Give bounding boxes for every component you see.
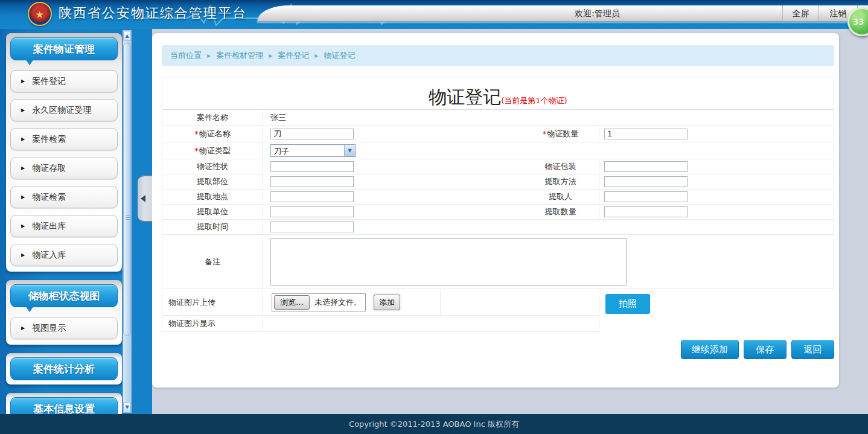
top-header: ★ 陕西省公安物证综合管理平台 欢迎:管理员 全屏 注销 bbox=[0, 0, 868, 29]
topbar-spacer bbox=[620, 5, 782, 21]
extract-person-label: 提取人 bbox=[522, 190, 599, 204]
remark-textarea[interactable] bbox=[270, 238, 627, 286]
row-part-method: 提取部位 提取方法 bbox=[162, 174, 834, 190]
sidebar-item-view-display[interactable]: ▶ 视图显示 bbox=[10, 317, 118, 339]
case-name-value: 张三 bbox=[263, 110, 834, 125]
row-place-person: 提取地点 提取人 bbox=[162, 190, 834, 205]
triangle-right-icon: ▶ bbox=[21, 325, 25, 331]
row-case-name: 案件名称 张三 bbox=[162, 110, 834, 126]
row-evidence-name-quantity: * 物证名称 * 物证数量 bbox=[162, 126, 834, 142]
sidebar-item-case-search[interactable]: ▶ 案件检索 bbox=[10, 128, 118, 150]
evidence-type-select[interactable]: 刀子 ▼ bbox=[270, 144, 356, 157]
breadcrumb-item-material-management[interactable]: 案件检材管理 bbox=[216, 50, 263, 61]
image-display-empty-cell bbox=[263, 316, 599, 331]
row-remark: 备注 bbox=[162, 235, 834, 289]
extract-time-input[interactable] bbox=[270, 222, 354, 232]
extract-method-label: 提取方法 bbox=[522, 174, 599, 189]
sidebar-header-case-evidence[interactable]: 案件物证管理 bbox=[10, 37, 118, 60]
welcome-text: 欢迎:管理员 bbox=[258, 5, 620, 21]
image-rows: 物证图片上传 浏览… 未选择文件。 添加 物证图片显示 bbox=[162, 289, 599, 332]
extract-part-label: 提取部位 bbox=[162, 174, 263, 189]
evidence-character-label: 物证性状 bbox=[162, 159, 263, 174]
evidence-package-input[interactable] bbox=[604, 161, 688, 172]
app-title: 陕西省公安物证综合管理平台 bbox=[59, 0, 247, 27]
image-upload-label: 物证图片上传 bbox=[162, 289, 263, 315]
row-evidence-type: * 物证类型 刀子 ▼ bbox=[162, 142, 834, 159]
sidebar-header-locker-status[interactable]: 储物柜状态视图 bbox=[10, 284, 118, 307]
row-image-display: 物证图片显示 bbox=[162, 316, 599, 331]
sidebar-item-evidence-search[interactable]: ▶ 物证检索 bbox=[10, 186, 118, 208]
image-display-label: 物证图片显示 bbox=[162, 316, 263, 331]
evidence-name-input[interactable] bbox=[270, 129, 354, 139]
extract-unit-input[interactable] bbox=[270, 206, 354, 217]
sidebar-section-locker-status: 储物柜状态视图 ▶ 视图显示 bbox=[6, 280, 122, 345]
sidebar-item-evidence-outbound[interactable]: ▶ 物证出库 bbox=[10, 215, 118, 237]
file-input[interactable]: 浏览… 未选择文件。 bbox=[272, 293, 366, 311]
breadcrumb-item-evidence-register[interactable]: 物证登记 bbox=[324, 50, 355, 61]
evidence-type-selected-value: 刀子 bbox=[271, 145, 344, 156]
image-upload-empty-cell bbox=[441, 289, 599, 315]
star-icon: ★ bbox=[35, 8, 44, 21]
triangle-right-icon: ▶ bbox=[21, 136, 25, 142]
scroll-down-arrow-icon[interactable]: ▼ bbox=[123, 402, 131, 412]
evidence-name-label: * 物证名称 bbox=[162, 126, 263, 142]
extract-unit-label: 提取单位 bbox=[162, 205, 263, 219]
breadcrumb-separator-icon: ▶ bbox=[314, 53, 318, 59]
sidebar-menu: 案件物证管理 ▶ 案件登记 ▶ 永久区物证受理 ▶ 案件检索 ▶ 物证存取 bbox=[6, 33, 122, 433]
sidebar-item-case-register[interactable]: ▶ 案件登记 bbox=[10, 70, 118, 92]
page-title-note: (当前是第1个物证) bbox=[501, 95, 567, 107]
triangle-right-icon: ▶ bbox=[21, 165, 25, 171]
content-panel: 当前位置 ▶ 案件检材管理 ▶ 案件登记 ▶ 物证登记 物证登记 (当前是第1个… bbox=[152, 33, 839, 388]
row-extract-time: 提取时间 bbox=[162, 220, 834, 235]
page-title: 物证登记 bbox=[429, 88, 501, 106]
file-input-cell: 浏览… 未选择文件。 添加 bbox=[263, 289, 441, 315]
continue-add-button[interactable]: 继续添加 bbox=[681, 340, 739, 359]
triangle-right-icon: ▶ bbox=[21, 107, 25, 113]
remark-label: 备注 bbox=[162, 235, 263, 289]
extract-time-label: 提取时间 bbox=[162, 220, 263, 234]
chevron-down-icon[interactable]: ▼ bbox=[344, 145, 355, 156]
scroll-up-arrow-icon[interactable]: ▲ bbox=[123, 31, 131, 41]
evidence-quantity-input[interactable] bbox=[604, 129, 688, 139]
row-character-package: 物证性状 物证包装 bbox=[162, 159, 834, 174]
required-mark: * bbox=[543, 129, 547, 138]
required-mark: * bbox=[194, 129, 199, 138]
sidebar-item-permanent-evidence-accept[interactable]: ▶ 永久区物证受理 bbox=[10, 99, 118, 121]
evidence-quantity-label: * 物证数量 bbox=[522, 126, 599, 142]
browse-button[interactable]: 浏览… bbox=[274, 295, 310, 310]
breadcrumb-current-location: 当前位置 bbox=[170, 50, 202, 61]
extract-quantity-label: 提取数量 bbox=[522, 205, 599, 219]
sidebar-scrollbar[interactable]: ▲ ▼ bbox=[123, 30, 132, 413]
sidebar-section-case-evidence: 案件物证管理 ▶ 案件登记 ▶ 永久区物证受理 ▶ 案件检索 ▶ 物证存取 bbox=[6, 33, 122, 272]
required-mark: * bbox=[194, 146, 199, 155]
back-button[interactable]: 返回 bbox=[791, 340, 834, 359]
save-button[interactable]: 保存 bbox=[744, 340, 787, 359]
fullscreen-button[interactable]: 全屏 bbox=[782, 5, 819, 21]
extract-part-input[interactable] bbox=[270, 176, 354, 187]
sidebar-section-case-statistics: 案件统计分析 bbox=[6, 353, 122, 385]
triangle-right-icon: ▶ bbox=[21, 194, 25, 200]
extract-method-input[interactable] bbox=[604, 176, 688, 187]
extract-place-input[interactable] bbox=[270, 191, 354, 202]
collapse-left-arrow-icon bbox=[141, 195, 145, 202]
breadcrumb-item-case-register[interactable]: 案件登记 bbox=[278, 50, 309, 61]
sidebar-header-case-statistics[interactable]: 案件统计分析 bbox=[10, 357, 118, 380]
sidebar-item-evidence-inbound[interactable]: ▶ 物证入库 bbox=[10, 244, 118, 266]
extract-person-input[interactable] bbox=[604, 191, 688, 202]
evidence-register-form: 物证登记 (当前是第1个物证) 案件名称 张三 * 物证名称 bbox=[162, 77, 834, 359]
triangle-right-icon: ▶ bbox=[21, 78, 25, 84]
breadcrumb: 当前位置 ▶ 案件检材管理 ▶ 案件登记 ▶ 物证登记 bbox=[162, 45, 834, 66]
sidebar-item-evidence-access[interactable]: ▶ 物证存取 bbox=[10, 157, 118, 179]
add-image-button[interactable]: 添加 bbox=[374, 295, 400, 310]
evidence-package-label: 物证包装 bbox=[522, 159, 599, 174]
row-image-upload: 物证图片上传 浏览… 未选择文件。 添加 bbox=[162, 289, 599, 316]
extract-quantity-input[interactable] bbox=[604, 206, 688, 217]
form-action-buttons: 继续添加 保存 返回 bbox=[162, 340, 834, 359]
scrollbar-thumb[interactable] bbox=[123, 43, 131, 336]
take-photo-button[interactable]: 拍照 bbox=[605, 294, 650, 314]
evidence-character-input[interactable] bbox=[270, 161, 354, 172]
application-window: ★ 陕西省公安物证综合管理平台 欢迎:管理员 全屏 注销 33 案件物证管理 ▶… bbox=[0, 0, 868, 434]
no-file-selected-text: 未选择文件。 bbox=[314, 297, 362, 308]
sidebar-collapse-handle[interactable] bbox=[138, 175, 152, 222]
footer: Copyright ©2011-2013 AOBAO Inc 版权所有 bbox=[0, 414, 868, 434]
